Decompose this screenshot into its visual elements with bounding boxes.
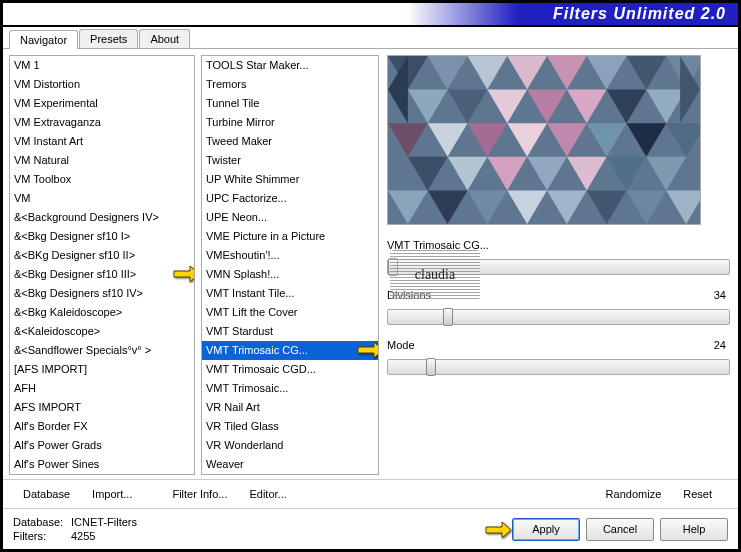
filter-list[interactable]: TOOLS Star Maker...TremorsTunnel TileTur… [201,55,379,475]
randomize-button[interactable]: Randomize [602,484,680,504]
list-item[interactable]: VMT Instant Tile... [202,284,378,303]
param-value: 34 [714,289,730,301]
param-label: Mode [387,339,714,351]
list-item[interactable]: &<Bkg Designer sf10 I> [10,227,194,246]
list-item[interactable]: Alf's Border FX [10,417,194,436]
list-item[interactable]: VMN Splash!... [202,265,378,284]
db-label: Database: [13,515,71,529]
list-item[interactable]: AFS IMPORT [10,398,194,417]
list-item[interactable]: VM Toolbox [10,170,194,189]
list-item[interactable]: UPC Factorize... [202,189,378,208]
list-item[interactable]: VM Distortion [10,75,194,94]
database-button[interactable]: Database [19,484,88,504]
status-block: Database:ICNET-Filters Filters:4255 [13,515,137,543]
list-item[interactable]: Weaver [202,455,378,474]
selected-filter-label: VMT Trimosaic CG... [387,239,730,251]
list-item[interactable]: Tunnel Tile [202,94,378,113]
list-item[interactable]: Alf's Power Sines [10,455,194,474]
list-item[interactable]: &<Sandflower Specials°v° > [10,341,194,360]
import-button[interactable]: Import... [88,484,150,504]
list-item[interactable]: TOOLS Star Maker... [202,56,378,75]
list-item[interactable]: VMEshoutin'!... [202,246,378,265]
list-item[interactable]: AFH [10,379,194,398]
list-item[interactable]: VM Instant Art [10,132,194,151]
list-item[interactable]: Turbine Mirror [202,113,378,132]
toolbar-row: Database Import... Filter Info... Editor… [3,479,738,508]
list-item[interactable]: VMT Trimosaic CGD... [202,360,378,379]
preview-image [387,55,701,225]
param-value: 24 [714,339,730,351]
list-item[interactable]: &<Background Designers IV> [10,208,194,227]
filter-info-button[interactable]: Filter Info... [168,484,245,504]
param-slider[interactable] [387,309,730,325]
filters-label: Filters: [13,529,71,543]
list-item[interactable]: VM Extravaganza [10,113,194,132]
list-item[interactable]: VR Nail Art [202,398,378,417]
list-item[interactable]: VR Wonderland [202,436,378,455]
list-item[interactable]: UP White Shimmer [202,170,378,189]
param-slider[interactable] [387,359,730,375]
list-item[interactable]: UPE Neon... [202,208,378,227]
reset-button[interactable]: Reset [679,484,730,504]
list-item[interactable]: Twister [202,151,378,170]
bottom-row: Database:ICNET-Filters Filters:4255 Appl… [3,508,738,549]
list-item[interactable]: &<Bkg Designers sf10 IV> [10,284,194,303]
list-item[interactable]: Alf's Power Grads [10,436,194,455]
list-item[interactable]: VR Tiled Glass [202,417,378,436]
tab-navigator[interactable]: Navigator [9,30,78,49]
list-item[interactable]: Alf's Power Toys [10,474,194,475]
list-item[interactable]: VMT Lift the Cover [202,303,378,322]
cancel-button[interactable]: Cancel [586,518,654,541]
list-item[interactable]: &<BKg Designer sf10 II> [10,246,194,265]
list-item[interactable]: VMT Stardust [202,322,378,341]
list-item[interactable]: Tweed Maker [202,132,378,151]
list-item[interactable]: VM [10,189,194,208]
filter-position-slider[interactable] [387,259,730,275]
title-bar: Filters Unlimited 2.0 [3,3,738,27]
tab-row: Navigator Presets About [3,27,738,49]
app-title: Filters Unlimited 2.0 [553,5,726,23]
list-item[interactable]: &<Bkg Kaleidoscope> [10,303,194,322]
list-item[interactable]: VM Natural [10,151,194,170]
apply-button[interactable]: Apply [512,518,580,541]
list-item[interactable]: VMT Trimosaic CG... [202,341,378,360]
list-item[interactable]: VM 1 [10,56,194,75]
list-item[interactable]: VME Picture in a Picture [202,227,378,246]
filters-value: 4255 [71,530,95,542]
editor-button[interactable]: Editor... [245,484,304,504]
list-item[interactable]: [AFS IMPORT] [10,360,194,379]
list-item[interactable]: &<Kaleidoscope> [10,322,194,341]
pointer-icon [484,521,512,539]
help-button[interactable]: Help [660,518,728,541]
db-value: ICNET-Filters [71,516,137,528]
list-item[interactable]: VMT Trimosaic... [202,379,378,398]
list-item[interactable]: Tremors [202,75,378,94]
list-item[interactable]: &<Bkg Designer sf10 III> [10,265,194,284]
list-item[interactable]: Whirl [202,474,378,475]
tab-presets[interactable]: Presets [79,29,138,48]
category-list[interactable]: VM 1VM DistortionVM ExperimentalVM Extra… [9,55,195,475]
param-label: Divisions [387,289,714,301]
tab-about[interactable]: About [139,29,190,48]
list-item[interactable]: VM Experimental [10,94,194,113]
